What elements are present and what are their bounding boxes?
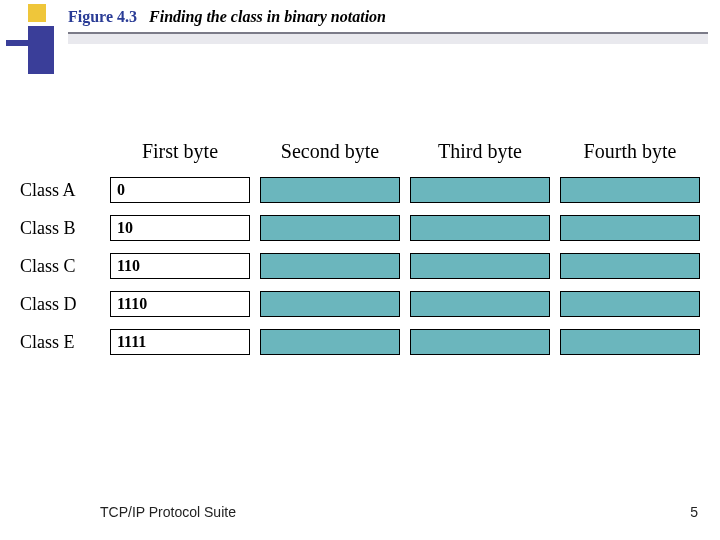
col-header-1: First byte [110, 140, 250, 163]
row-label: Class D [20, 294, 100, 315]
byte-cell [410, 177, 550, 203]
table-row: Class A 0 [20, 177, 700, 203]
row-label: Class B [20, 218, 100, 239]
table-row: Class C 110 [20, 253, 700, 279]
byte-cell [260, 215, 400, 241]
col-header-2: Second byte [260, 140, 400, 163]
figure-number: Figure 4.3 [68, 8, 137, 26]
byte-cell [560, 253, 700, 279]
table-row: Class B 10 [20, 215, 700, 241]
byte-cell [560, 329, 700, 355]
prefix-cell: 0 [110, 177, 250, 203]
col-header-4: Fourth byte [560, 140, 700, 163]
byte-cell [410, 291, 550, 317]
page-number: 5 [690, 504, 698, 520]
prefix-cell: 1111 [110, 329, 250, 355]
byte-cell [410, 215, 550, 241]
byte-cell [260, 329, 400, 355]
col-header-3: Third byte [410, 140, 550, 163]
divider-shadow [68, 34, 708, 44]
slide-ornament [6, 4, 54, 74]
prefix-cell: 110 [110, 253, 250, 279]
row-label: Class A [20, 180, 100, 201]
row-label: Class C [20, 256, 100, 277]
byte-cell [560, 291, 700, 317]
prefix-cell: 1110 [110, 291, 250, 317]
byte-cell [260, 253, 400, 279]
class-diagram: First byte Second byte Third byte Fourth… [20, 140, 700, 367]
column-headers: First byte Second byte Third byte Fourth… [20, 140, 700, 163]
byte-cell [260, 177, 400, 203]
figure-title: Finding the class in binary notation [149, 8, 386, 26]
byte-cell [410, 329, 550, 355]
byte-cell [560, 215, 700, 241]
byte-cell [410, 253, 550, 279]
prefix-cell: 10 [110, 215, 250, 241]
byte-cell [260, 291, 400, 317]
table-row: Class D 1110 [20, 291, 700, 317]
byte-cell [560, 177, 700, 203]
table-row: Class E 1111 [20, 329, 700, 355]
figure-header: Figure 4.3 Finding the class in binary n… [68, 8, 708, 44]
footer-text: TCP/IP Protocol Suite [100, 504, 236, 520]
row-label: Class E [20, 332, 100, 353]
